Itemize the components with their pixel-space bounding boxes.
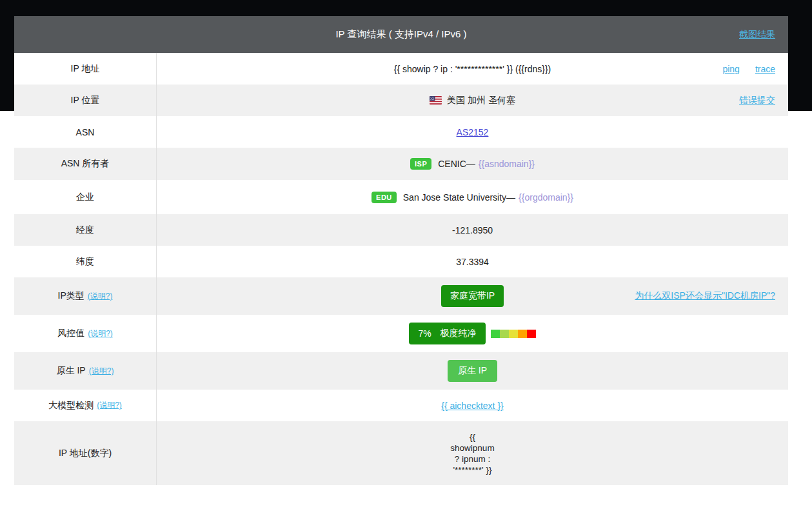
ai-check-help-link[interactable]: (说明?) xyxy=(97,400,122,411)
trace-link[interactable]: trace xyxy=(755,64,775,74)
table-row-native-ip: 原生 IP (说明?) 原生 IP xyxy=(14,352,788,390)
risk-bar-segment xyxy=(518,330,527,338)
row-label-ip-number: IP 地址(数字) xyxy=(14,421,157,485)
ip-number-value: {{ showipnum ? ipnum : '********' }} xyxy=(450,432,494,475)
risk-gradient-bar xyxy=(491,330,536,338)
risk-bar-segment xyxy=(491,330,500,338)
asn-domain-placeholder: {{asndomain}} xyxy=(479,159,535,169)
row-label-organization: 企业 xyxy=(14,180,157,214)
table-row-longitude: 经度 -121.8950 xyxy=(14,214,788,246)
us-flag-icon xyxy=(430,96,442,105)
risk-bar-segment xyxy=(509,330,518,338)
table-row-ip-location: IP 位置 xyxy=(14,85,788,116)
row-label-asn: ASN xyxy=(14,116,157,148)
table-row-asn: ASN AS2152 xyxy=(14,116,788,148)
isp-badge: ISP xyxy=(410,158,431,170)
table-row-ai-check: 大模型检测 (说明?) {{ aichecktext }} xyxy=(14,390,788,421)
native-ip-help-link[interactable]: (说明?) xyxy=(89,366,114,377)
ip-location-value: 美国 加州 圣何塞 xyxy=(447,95,515,106)
table-row-risk-score: 风控值 (说明?) 7% 极度纯净 xyxy=(14,315,788,352)
risk-bar-segment xyxy=(527,330,536,338)
table-row-ip-number: IP 地址(数字) {{ showipnum ? ipnum : '******… xyxy=(14,421,788,485)
page-title: IP 查询结果 ( 支持IPv4 / IPv6 ) xyxy=(335,28,466,41)
table-row-ip-type: IP类型 (说明?) 家庭宽带IP 为什么双ISP还会显示"IDC机房IP"? xyxy=(14,277,788,315)
risk-score-help-link[interactable]: (说明?) xyxy=(88,328,113,339)
row-label-risk-score: 风控值 xyxy=(57,328,84,339)
ai-check-result-link[interactable]: {{ aichecktext }} xyxy=(441,401,504,411)
row-label-latitude: 纬度 xyxy=(14,246,157,277)
error-report-link[interactable]: 错误提交 xyxy=(739,95,775,106)
risk-level-text: 极度纯净 xyxy=(441,328,477,339)
row-label-ip-type: IP类型 xyxy=(58,290,84,302)
edu-badge: EDU xyxy=(371,192,397,203)
screenshot-result-link[interactable]: 截图结果 xyxy=(739,29,775,41)
native-ip-badge: 原生 IP xyxy=(448,360,497,382)
table-row-ip-address: IP 地址 {{ showip ? ip : '*************' }… xyxy=(14,53,788,85)
row-label-native-ip: 原生 IP xyxy=(57,365,86,377)
risk-bar-segment xyxy=(500,330,509,338)
row-label-ip-address: IP 地址 xyxy=(14,53,157,85)
table-row-asn-owner: ASN 所有者 ISP CENIC— {{asndomain}} xyxy=(14,148,788,180)
ping-link[interactable]: ping xyxy=(722,64,739,74)
ip-result-card: IP 查询结果 ( 支持IPv4 / IPv6 ) 截图结果 IP 地址 {{ … xyxy=(14,16,788,485)
ip-address-value: {{ showip ? ip : '*************' }} ({{r… xyxy=(394,64,551,74)
latitude-value: 37.3394 xyxy=(456,257,489,267)
row-label-longitude: 经度 xyxy=(14,214,157,246)
table-row-organization: 企业 EDU San Jose State University— {{orgd… xyxy=(14,180,788,214)
row-label-ai-check: 大模型检测 xyxy=(48,400,94,412)
ip-type-badge: 家庭宽带IP xyxy=(441,285,504,307)
org-domain-placeholder: {{orgdomain}} xyxy=(519,192,573,203)
card-header: IP 查询结果 ( 支持IPv4 / IPv6 ) 截图结果 xyxy=(14,16,788,53)
asn-owner-name: CENIC— xyxy=(438,159,475,169)
ip-type-help-link[interactable]: (说明?) xyxy=(88,291,113,302)
organization-name: San Jose State University— xyxy=(403,192,515,203)
risk-percent: 7% xyxy=(418,328,431,339)
longitude-value: -121.8950 xyxy=(452,225,493,235)
table-row-latitude: 纬度 37.3394 xyxy=(14,246,788,277)
row-label-ip-location: IP 位置 xyxy=(14,85,157,116)
asn-link[interactable]: AS2152 xyxy=(457,127,489,137)
dual-isp-faq-link[interactable]: 为什么双ISP还会显示"IDC机房IP"? xyxy=(635,290,775,302)
risk-score-badge: 7% 极度纯净 xyxy=(409,323,485,344)
row-label-asn-owner: ASN 所有者 xyxy=(14,148,157,180)
